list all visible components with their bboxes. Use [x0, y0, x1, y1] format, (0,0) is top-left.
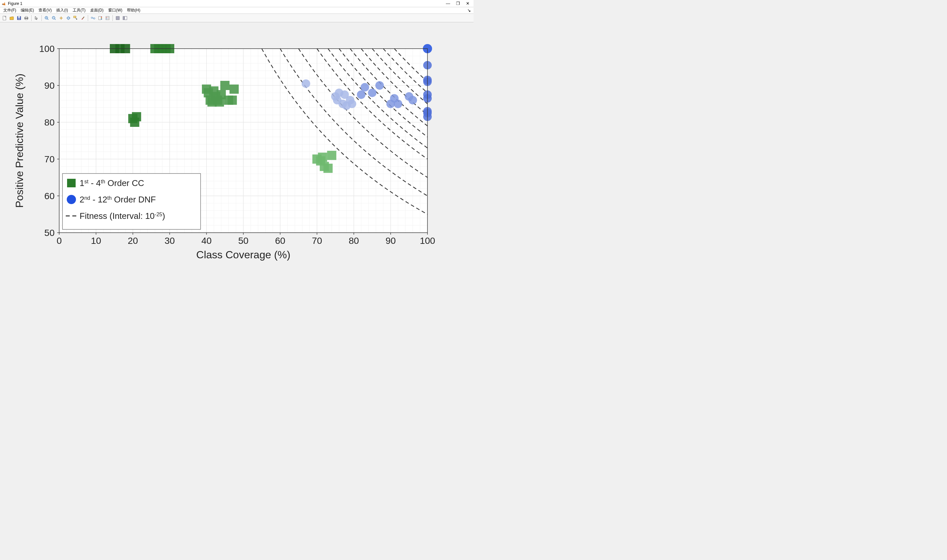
data-cursor-icon[interactable]: [72, 15, 79, 22]
svg-text:Fitness (Interval: 10-25): Fitness (Interval: 10-25): [80, 211, 165, 221]
svg-point-177: [408, 96, 417, 105]
svg-line-19: [83, 17, 84, 19]
svg-rect-29: [106, 18, 107, 19]
svg-point-15: [68, 17, 69, 20]
svg-text:80: 80: [45, 117, 55, 128]
print-icon[interactable]: [23, 15, 29, 22]
menu-insert[interactable]: 插入(I): [54, 8, 70, 13]
svg-text:50: 50: [45, 228, 55, 238]
window-controls: — ❐ ✕: [446, 1, 472, 6]
svg-rect-152: [228, 95, 237, 105]
svg-text:50: 50: [238, 235, 248, 246]
svg-rect-5: [25, 17, 27, 18]
legend-icon[interactable]: [104, 15, 111, 22]
zoom-in-icon[interactable]: [43, 15, 50, 22]
svg-point-170: [361, 83, 369, 92]
titlebar: Figure 1 — ❐ ✕: [0, 0, 473, 7]
svg-point-168: [348, 100, 356, 108]
close-button[interactable]: ✕: [466, 1, 470, 6]
svg-text:90: 90: [45, 80, 55, 91]
chart[interactable]: 01020304050607080901005060708090100Class…: [0, 22, 473, 280]
svg-point-175: [394, 100, 402, 108]
svg-rect-158: [323, 164, 333, 173]
svg-text:80: 80: [348, 235, 359, 246]
svg-rect-28: [106, 17, 107, 18]
svg-text:70: 70: [312, 235, 322, 246]
svg-point-160: [302, 79, 310, 88]
svg-point-227: [67, 195, 76, 204]
menubar: 文件(F) 编辑(E) 查看(V) 插入(I) 工具(T) 桌面(D) 窗口(W…: [0, 7, 473, 14]
svg-text:1st - 4th Order CC: 1st - 4th Order CC: [80, 178, 144, 188]
menu-overflow-icon[interactable]: ↘: [466, 8, 472, 13]
open-file-icon[interactable]: [9, 15, 15, 22]
menu-file[interactable]: 文件(F): [1, 8, 18, 13]
svg-text:Positive Predictive Value (%): Positive Predictive Value (%): [14, 74, 25, 208]
svg-rect-26: [101, 17, 102, 18]
show-plot-tools-icon[interactable]: [122, 15, 128, 22]
rotate-3d-icon[interactable]: [65, 15, 72, 22]
svg-rect-153: [229, 85, 239, 94]
svg-text:Class Coverage (%): Class Coverage (%): [196, 249, 290, 261]
svg-point-172: [375, 81, 384, 90]
svg-text:60: 60: [45, 191, 55, 201]
svg-rect-159: [327, 151, 336, 160]
svg-rect-33: [123, 17, 124, 20]
svg-text:2nd - 12th Order DNF: 2nd - 12th Order DNF: [80, 195, 156, 205]
svg-rect-34: [125, 17, 127, 20]
svg-rect-27: [106, 17, 109, 20]
svg-point-171: [368, 88, 377, 97]
svg-rect-6: [25, 19, 27, 20]
maximize-button[interactable]: ❐: [456, 1, 460, 6]
svg-rect-2: [18, 17, 20, 18]
svg-rect-225: [67, 179, 75, 187]
svg-text:70: 70: [45, 154, 55, 164]
menu-window[interactable]: 窗口(W): [106, 8, 124, 13]
link-icon[interactable]: [90, 15, 96, 22]
svg-point-18: [76, 18, 77, 19]
svg-rect-23: [99, 17, 101, 20]
svg-line-12: [55, 19, 55, 20]
figure-area: 01020304050607080901005060708090100Class…: [0, 22, 473, 280]
window-title: Figure 1: [8, 1, 22, 6]
svg-rect-25: [101, 17, 102, 17]
new-file-icon[interactable]: [1, 15, 8, 22]
matlab-icon: [1, 1, 6, 6]
svg-text:10: 10: [91, 235, 101, 246]
svg-rect-156: [318, 152, 327, 162]
svg-text:100: 100: [420, 235, 435, 246]
svg-rect-135: [132, 112, 141, 121]
toolbar: [0, 14, 473, 22]
menu-desktop[interactable]: 桌面(D): [88, 8, 106, 13]
svg-text:30: 30: [165, 235, 175, 246]
save-icon[interactable]: [16, 15, 22, 22]
menu-help[interactable]: 帮助(H): [125, 8, 142, 13]
pointer-icon[interactable]: [33, 15, 40, 22]
svg-text:20: 20: [128, 235, 138, 246]
menu-tools[interactable]: 工具(T): [71, 8, 88, 13]
svg-text:40: 40: [201, 235, 211, 246]
svg-point-14: [67, 17, 70, 19]
hide-plot-tools-icon[interactable]: [114, 15, 121, 22]
svg-text:60: 60: [275, 235, 285, 246]
colorbar-icon[interactable]: [97, 15, 103, 22]
svg-text:100: 100: [39, 44, 55, 54]
brush-icon[interactable]: [80, 15, 86, 22]
pan-icon[interactable]: [58, 15, 65, 22]
svg-rect-16: [74, 16, 76, 18]
menu-view[interactable]: 查看(V): [37, 8, 54, 13]
zoom-out-icon[interactable]: [51, 15, 57, 22]
menu-edit[interactable]: 编辑(E): [19, 8, 36, 13]
svg-rect-150: [220, 81, 229, 90]
svg-line-8: [47, 19, 48, 20]
svg-rect-3: [18, 18, 20, 19]
svg-rect-32: [116, 17, 119, 20]
svg-point-169: [357, 90, 365, 99]
svg-text:90: 90: [385, 235, 396, 246]
minimize-button[interactable]: —: [446, 1, 450, 6]
svg-text:0: 0: [57, 235, 62, 246]
